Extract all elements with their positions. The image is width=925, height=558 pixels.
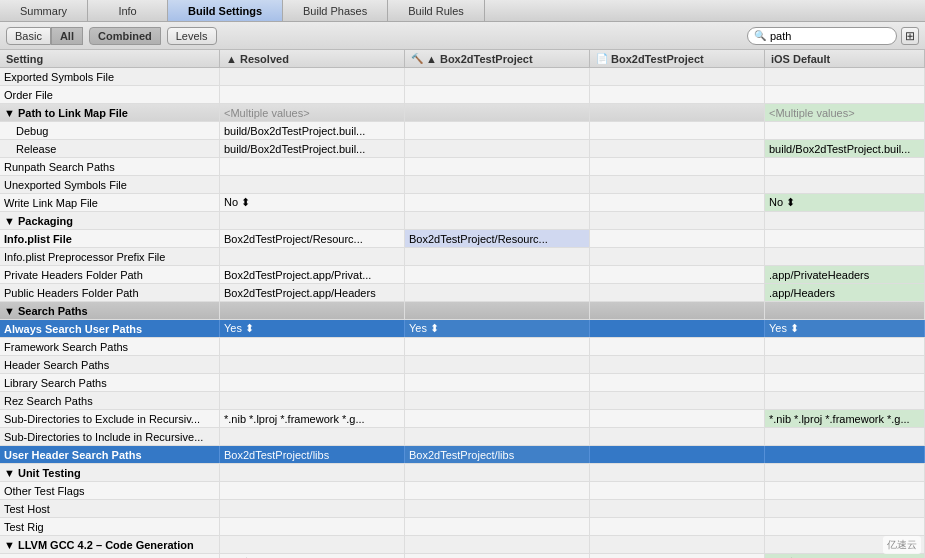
cell-setting: Private Headers Folder Path — [0, 266, 220, 283]
table-row: Runpath Search Paths — [0, 158, 925, 176]
cell-proj2 — [590, 554, 765, 558]
section-search-paths: ▼ Search Paths — [0, 302, 925, 320]
table-row: Debug build/Box2dTestProject.buil... — [0, 122, 925, 140]
cell-proj1 — [405, 536, 590, 553]
section-unit-testing: ▼ Unit Testing — [0, 464, 925, 482]
table-row: Order File — [0, 86, 925, 104]
cell-ios — [765, 428, 925, 445]
cell-proj2 — [590, 68, 765, 85]
cell-resolved: <Multiple values> — [220, 104, 405, 121]
filter-button[interactable]: ⊞ — [901, 27, 919, 45]
cell-proj1 — [405, 356, 590, 373]
cell-proj1 — [405, 140, 590, 157]
cell-ios: build/Box2dTestProject.buil... — [765, 140, 925, 157]
cell-ios — [765, 374, 925, 391]
cell-resolved: build/Box2dTestProject.buil... — [220, 140, 405, 157]
cell-proj1 — [405, 176, 590, 193]
cell-setting: Library Search Paths — [0, 374, 220, 391]
cell-proj1 — [405, 392, 590, 409]
cell-proj2 — [590, 374, 765, 391]
cell-setting: Write Link Map File — [0, 194, 220, 211]
table-row: Private Headers Folder Path Box2dTestPro… — [0, 266, 925, 284]
cell-proj1 — [405, 338, 590, 355]
top-tabs-bar: Summary Info Build Settings Build Phases… — [0, 0, 925, 22]
cell-proj1 — [405, 212, 590, 229]
levels-button[interactable]: Levels — [167, 27, 217, 45]
cell-proj1 — [405, 284, 590, 301]
cell-setting: Debug — [0, 122, 220, 139]
cell-ios — [765, 230, 925, 247]
cell-proj1 — [405, 86, 590, 103]
all-button[interactable]: All — [51, 27, 83, 45]
tab-info[interactable]: Info — [88, 0, 168, 21]
cell-resolved: Box2dTestProject/libs — [220, 446, 405, 463]
tab-build-settings[interactable]: Build Settings — [168, 0, 283, 21]
col-box2d1: 🔨 ▲ Box2dTestProject — [405, 50, 590, 67]
cell-resolved — [220, 482, 405, 499]
table-row: Public Headers Folder Path Box2dTestProj… — [0, 284, 925, 302]
table-row: ▼ Path to Link Map File <Multiple values… — [0, 104, 925, 122]
col-ios: iOS Default — [765, 50, 925, 67]
cell-ios — [765, 464, 925, 481]
cell-resolved — [220, 518, 405, 535]
cell-setting: Order File — [0, 86, 220, 103]
cell-proj1 — [405, 104, 590, 121]
build-settings-table: Setting ▲ Resolved 🔨 ▲ Box2dTestProject … — [0, 50, 925, 558]
basic-button[interactable]: Basic — [6, 27, 51, 45]
cell-proj1 — [405, 158, 590, 175]
cell-proj1 — [405, 554, 590, 558]
tab-build-rules[interactable]: Build Rules — [388, 0, 485, 21]
cell-proj1 — [405, 500, 590, 517]
cell-setting: Exported Symbols File — [0, 68, 220, 85]
table-row: Sub-Directories to Include in Recursive.… — [0, 428, 925, 446]
cell-ios — [765, 212, 925, 229]
cell-proj1 — [405, 464, 590, 481]
cell-resolved — [220, 248, 405, 265]
cell-ios — [765, 68, 925, 85]
cell-resolved — [220, 158, 405, 175]
cell-ios — [765, 302, 925, 319]
tab-build-phases[interactable]: Build Phases — [283, 0, 388, 21]
cell-proj1 — [405, 410, 590, 427]
cell-ios — [765, 518, 925, 535]
cell-resolved — [220, 68, 405, 85]
cell-resolved: No ⬍ — [220, 194, 405, 211]
tab-summary[interactable]: Summary — [0, 0, 88, 21]
cell-proj2 — [590, 284, 765, 301]
cell-resolved: Box2dTestProject/Resourc... — [220, 230, 405, 247]
cell-ios — [765, 500, 925, 517]
cell-proj1: Yes ⬍ — [405, 320, 590, 337]
cell-resolved: *.nib *.lproj *.framework *.g... — [220, 410, 405, 427]
cell-setting: ▼ Packaging — [0, 212, 220, 229]
cell-proj1 — [405, 248, 590, 265]
cell-proj2 — [590, 86, 765, 103]
table-row-always-search: Always Search User Paths Yes ⬍ Yes ⬍ Yes… — [0, 320, 925, 338]
cell-proj2 — [590, 464, 765, 481]
cell-proj2 — [590, 446, 765, 463]
section-llvm: ▼ LLVM GCC 4.2 – Code Generation — [0, 536, 925, 554]
table-row: Test Host — [0, 500, 925, 518]
col-setting: Setting — [0, 50, 220, 67]
cell-proj2 — [590, 302, 765, 319]
cell-setting: Sub-Directories to Exclude in Recursiv..… — [0, 410, 220, 427]
cell-ios — [765, 248, 925, 265]
cell-ios: Off ⬍ — [765, 554, 925, 558]
cell-setting: ▼ Search Paths — [0, 302, 220, 319]
cell-ios: .app/PrivateHeaders — [765, 266, 925, 283]
table-row: Framework Search Paths — [0, 338, 925, 356]
cell-proj2 — [590, 482, 765, 499]
cell-ios: Yes ⬍ — [765, 320, 925, 337]
table-row: Exported Symbols File — [0, 68, 925, 86]
combined-button[interactable]: Combined — [89, 27, 161, 45]
cell-proj2 — [590, 158, 765, 175]
cell-resolved: Box2dTestProject.app/Privat... — [220, 266, 405, 283]
cell-proj2 — [590, 392, 765, 409]
col-box2d2: 📄 Box2dTestProject — [590, 50, 765, 67]
cell-ios: .app/Headers — [765, 284, 925, 301]
search-icon: 🔍 — [754, 30, 766, 41]
cell-resolved — [220, 536, 405, 553]
cell-proj1 — [405, 122, 590, 139]
cell-proj2 — [590, 536, 765, 553]
cell-proj2 — [590, 500, 765, 517]
search-input[interactable] — [770, 30, 890, 42]
